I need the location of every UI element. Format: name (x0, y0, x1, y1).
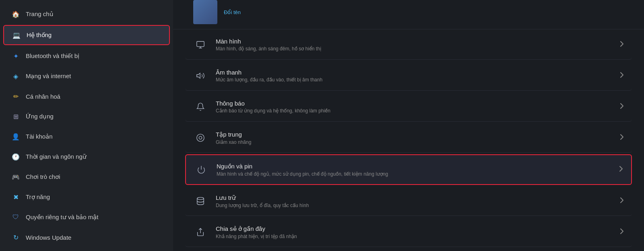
nearby-chevron (620, 228, 624, 236)
nearby-title: Chia sẻ ở gần đây (216, 225, 612, 232)
focus-text: Tập trungGiảm xao nhãng (216, 131, 612, 145)
sidebar-item-accessibility[interactable]: ✖Trợ năng (3, 188, 170, 206)
power-title: Nguồn và pin (217, 163, 611, 170)
notifications-title: Thông báo (216, 100, 612, 107)
avatar (193, 0, 217, 24)
sound-desc: Mức âm lượng, đầu ra, đầu vào, thiết bị … (216, 77, 612, 83)
update-icon: ↻ (11, 233, 20, 242)
sidebar-item-personalize[interactable]: ✏Cá nhân hoá (3, 87, 170, 106)
focus-chevron (620, 134, 624, 142)
sidebar-item-time[interactable]: 🕐Thời gian và ngôn ngữ (3, 147, 170, 166)
sound-chevron (620, 72, 624, 80)
settings-item-focus[interactable]: Tập trungGiảm xao nhãng (185, 123, 632, 153)
storage-chevron (620, 197, 624, 205)
notifications-desc: Cảnh báo từ ứng dụng và hệ thống, không … (216, 108, 612, 114)
time-icon: 🕐 (11, 152, 20, 161)
display-icon (193, 37, 208, 52)
power-desc: Màn hình và chế độ ngủ, mức sử dụng pin,… (217, 171, 611, 177)
settings-list: Màn hìnhMàn hình, độ sáng, ánh sáng đêm,… (173, 29, 644, 248)
storage-title: Lưu trữ (216, 194, 612, 201)
display-desc: Màn hình, độ sáng, ánh sáng đêm, hồ sơ h… (216, 46, 612, 52)
sidebar: 🏠Trang chủ💻Hệ thống✦Bluetooth và thiết b… (0, 0, 173, 251)
sidebar-item-bluetooth[interactable]: ✦Bluetooth và thiết bị (3, 47, 170, 65)
sidebar-label-update: Windows Update (26, 234, 71, 241)
power-icon (194, 162, 208, 177)
display-text: Màn hìnhMàn hình, độ sáng, ánh sáng đêm,… (216, 38, 612, 52)
bluetooth-icon: ✦ (11, 52, 20, 60)
nearby-text: Chia sẻ ở gần đâyKhả năng phát hiện, vị … (216, 225, 612, 239)
settings-item-nearby[interactable]: Chia sẻ ở gần đâyKhả năng phát hiện, vị … (185, 218, 632, 247)
sound-title: Âm thanh (216, 69, 612, 76)
sidebar-item-accounts[interactable]: 👤Tài khoản (3, 127, 170, 146)
gaming-icon: 🎮 (11, 172, 20, 181)
sidebar-item-apps[interactable]: ⊞Ứng dụng (3, 107, 170, 126)
sidebar-label-accessibility: Trợ năng (26, 193, 50, 201)
accounts-icon: 👤 (11, 132, 20, 141)
sidebar-label-time: Thời gian và ngôn ngữ (26, 153, 87, 160)
power-chevron (619, 166, 623, 174)
focus-title: Tập trung (216, 131, 612, 138)
storage-desc: Dung lượng lưu trữ, ổ đĩa, quy tắc cấu h… (216, 203, 612, 208)
nearby-desc: Khả năng phát hiện, vị trí tệp đã nhận (216, 234, 612, 239)
svg-point-2 (197, 134, 204, 141)
sidebar-item-system[interactable]: 💻Hệ thống (3, 25, 170, 45)
sidebar-item-gaming[interactable]: 🎮Chơi trò chơi (3, 168, 170, 186)
sidebar-label-gaming: Chơi trò chơi (26, 173, 60, 180)
settings-item-storage[interactable]: Lưu trữDung lượng lưu trữ, ổ đĩa, quy tắ… (185, 187, 632, 216)
apps-icon: ⊞ (11, 112, 20, 121)
storage-text: Lưu trữDung lượng lưu trữ, ổ đĩa, quy tắ… (216, 194, 612, 208)
sidebar-item-update[interactable]: ↻Windows Update (3, 228, 170, 247)
svg-rect-0 (197, 41, 204, 47)
notifications-icon (193, 100, 208, 114)
privacy-icon: 🛡 (11, 213, 20, 222)
notifications-text: Thông báoCảnh báo từ ứng dụng và hệ thốn… (216, 100, 612, 114)
settings-item-sound[interactable]: Âm thanhMức âm lượng, đầu ra, đầu vào, t… (185, 61, 632, 91)
accessibility-icon: ✖ (11, 193, 20, 201)
top-partial-row: Đổi tên (173, 0, 644, 29)
settings-item-notifications[interactable]: Thông báoCảnh báo từ ứng dụng và hệ thốn… (185, 92, 632, 122)
network-icon: ◈ (11, 72, 20, 81)
notifications-chevron (620, 103, 624, 111)
svg-marker-1 (197, 73, 200, 79)
sidebar-label-accounts: Tài khoản (26, 133, 53, 140)
storage-icon (193, 194, 208, 208)
main-content: Đổi tên Màn hìnhMàn hình, độ sáng, ánh s… (173, 0, 644, 251)
sidebar-label-privacy: Quyền riêng tư và bảo mật (26, 214, 98, 221)
sidebar-label-apps: Ứng dụng (26, 113, 54, 120)
display-chevron (620, 41, 624, 49)
focus-icon (193, 131, 208, 145)
rename-link[interactable]: Đổi tên (224, 9, 241, 15)
power-text: Nguồn và pinMàn hình và chế độ ngủ, mức … (217, 163, 611, 177)
sidebar-label-system: Hệ thống (27, 31, 52, 39)
sidebar-label-network: Mạng và internet (26, 73, 71, 80)
sound-icon (193, 68, 208, 83)
home-icon: 🏠 (11, 10, 20, 19)
display-title: Màn hình (216, 38, 612, 45)
settings-item-power[interactable]: Nguồn và pinMàn hình và chế độ ngủ, mức … (185, 154, 632, 185)
sidebar-label-home: Trang chủ (26, 10, 54, 18)
sound-text: Âm thanhMức âm lượng, đầu ra, đầu vào, t… (216, 69, 612, 83)
focus-desc: Giảm xao nhãng (216, 139, 612, 145)
sidebar-item-home[interactable]: 🏠Trang chủ (3, 5, 170, 23)
settings-item-display[interactable]: Màn hìnhMàn hình, độ sáng, ánh sáng đêm,… (185, 30, 632, 60)
personalize-icon: ✏ (11, 92, 20, 101)
svg-point-5 (197, 197, 204, 200)
sidebar-item-privacy[interactable]: 🛡Quyền riêng tư và bảo mật (3, 208, 170, 226)
nearby-icon (193, 225, 208, 239)
sidebar-item-network[interactable]: ◈Mạng và internet (3, 67, 170, 85)
sidebar-label-bluetooth: Bluetooth và thiết bị (26, 52, 79, 60)
sidebar-label-personalize: Cá nhân hoá (26, 93, 60, 100)
system-icon: 💻 (12, 31, 21, 39)
svg-point-3 (199, 136, 202, 139)
